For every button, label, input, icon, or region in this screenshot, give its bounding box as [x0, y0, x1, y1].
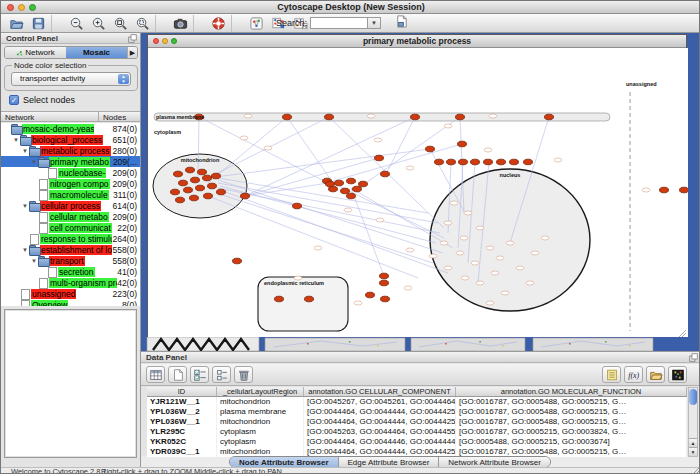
network-canvas[interactable]: plasma membranecytoplasmmitochondrionnuc…: [148, 48, 688, 337]
network-node[interactable]: [341, 188, 350, 194]
search-input[interactable]: [310, 17, 368, 29]
tab-edge-attribute-browser[interactable]: Edge Attribute Browser: [339, 457, 440, 467]
table-row[interactable]: YLR295Ccytoplasm[GO:0045263, GO:0044464,…: [147, 427, 687, 437]
network-node[interactable]: [381, 296, 390, 302]
new-attribute-button[interactable]: [168, 366, 187, 383]
table-row[interactable]: YPL036W__1mitochondrion[GO:0044464, GO:0…: [147, 417, 687, 427]
network-node[interactable]: [426, 146, 435, 152]
tree-row[interactable]: macromolecule311(0): [1, 189, 140, 200]
network-node[interactable]: [359, 181, 368, 187]
network-node[interactable]: [411, 114, 420, 120]
tree-row[interactable]: Overview8(0): [1, 299, 140, 306]
table-row[interactable]: YKR052Ccytoplasm[GO:0044464, GO:0044446,…: [147, 437, 687, 447]
import-network-button[interactable]: [391, 13, 411, 30]
node-color-select[interactable]: transporter activity ▲▼: [11, 72, 131, 86]
network-node[interactable]: [458, 141, 467, 147]
network-node[interactable]: [459, 159, 468, 165]
disclosure-triangle-icon[interactable]: ▼: [30, 159, 38, 165]
scroll-up-button[interactable]: ▲: [689, 438, 697, 447]
network-node[interactable]: [326, 181, 335, 187]
tree-column-nodes[interactable]: Nodes: [99, 112, 126, 121]
open-session-button[interactable]: [6, 15, 26, 32]
zoom-selected-button[interactable]: [132, 15, 152, 32]
network-node[interactable]: [241, 193, 250, 199]
network-node[interactable]: [366, 292, 375, 298]
tree-row[interactable]: ▼biological_process651(0): [1, 134, 140, 145]
column-header[interactable]: ID: [147, 387, 217, 396]
network-node[interactable]: [191, 177, 200, 183]
table-scrollbar[interactable]: ▲ ▼: [688, 387, 698, 457]
float-panel-icon[interactable]: [689, 353, 698, 362]
disclosure-triangle-icon[interactable]: ▼: [21, 247, 29, 253]
tree-row[interactable]: ▼metabolic process280(0): [1, 145, 140, 156]
network-node[interactable]: [510, 159, 519, 165]
notes-button[interactable]: [602, 366, 621, 383]
snapshot-button[interactable]: [170, 15, 190, 32]
network-node[interactable]: [283, 114, 292, 120]
tab-network-attribute-browser[interactable]: Network Attribute Browser: [439, 457, 549, 467]
network-node[interactable]: [447, 159, 456, 165]
disclosure-triangle-icon[interactable]: ▼: [30, 258, 38, 264]
network-node[interactable]: [353, 186, 362, 192]
network-node[interactable]: [380, 280, 389, 286]
save-session-button[interactable]: [28, 15, 48, 32]
help-button[interactable]: [208, 15, 228, 32]
float-panel-icon[interactable]: [128, 34, 137, 43]
network-node[interactable]: [325, 114, 334, 120]
scrollbar-thumb[interactable]: [689, 389, 697, 405]
select-nodes-checkbox[interactable]: ✓: [9, 95, 19, 105]
network-node[interactable]: [208, 183, 217, 189]
disclosure-triangle-icon[interactable]: ▼: [21, 148, 29, 154]
network-node[interactable]: [233, 258, 242, 264]
disclosure-triangle-icon[interactable]: ▼: [12, 137, 20, 143]
tree-row[interactable]: response to stimulu264(0): [1, 233, 140, 244]
delete-attribute-button[interactable]: [234, 366, 253, 383]
tab-mosaic[interactable]: Mosaic: [66, 47, 127, 58]
network-node[interactable]: [347, 178, 356, 184]
network-node[interactable]: [497, 159, 506, 165]
birds-eye-view[interactable]: [4, 309, 137, 458]
scroll-down-button[interactable]: ▼: [689, 447, 697, 456]
disclosure-triangle-icon[interactable]: ▼: [21, 203, 29, 209]
network-node[interactable]: [435, 159, 444, 165]
network-manager-button[interactable]: [246, 15, 266, 32]
formula-button[interactable]: f(x): [624, 366, 643, 383]
network-node[interactable]: [176, 197, 185, 203]
tab-network[interactable]: Network: [5, 47, 66, 58]
network-node[interactable]: [335, 180, 344, 186]
network-window-titlebar[interactable]: primary metabolic process: [148, 35, 686, 48]
zoom-out-button[interactable]: [66, 15, 86, 32]
tree-row[interactable]: nitrogen compo209(0): [1, 178, 140, 189]
zoom-fit-button[interactable]: [110, 15, 130, 32]
table-row[interactable]: YJR121W__1mitochondrion[GO:0045267, GO:0…: [147, 397, 687, 407]
attribute-table-button[interactable]: [146, 366, 165, 383]
network-node[interactable]: [186, 167, 195, 173]
network-node[interactable]: [190, 195, 199, 201]
network-node[interactable]: [347, 193, 356, 199]
network-node[interactable]: [196, 185, 205, 191]
network-node[interactable]: [184, 187, 193, 193]
import-attributes-button[interactable]: [646, 366, 665, 383]
network-node[interactable]: [524, 159, 533, 165]
column-header[interactable]: annotation.GO CELLULAR_COMPONENT: [304, 387, 456, 396]
tree-column-network[interactable]: Network: [1, 112, 99, 121]
tree-row[interactable]: mosaic-demo-yeast874(0): [1, 123, 140, 134]
network-node[interactable]: [381, 171, 390, 177]
network-node[interactable]: [198, 169, 207, 175]
tree-row[interactable]: nucleobase-209(0): [1, 167, 140, 178]
tabs-overflow-arrow[interactable]: ▶: [127, 47, 137, 58]
tree-row[interactable]: unassigned223(0): [1, 288, 140, 299]
unselect-attributes-button[interactable]: [212, 366, 231, 383]
table-row[interactable]: YPL036W__2plasma membrane[GO:0044464, GO…: [147, 407, 687, 417]
network-node[interactable]: [660, 187, 669, 193]
column-header[interactable]: annotation.GO MOLECULAR_FUNCTION: [456, 387, 687, 396]
network-node[interactable]: [293, 203, 302, 209]
network-node[interactable]: [174, 171, 183, 177]
network-node[interactable]: [471, 159, 480, 165]
network-node[interactable]: [203, 175, 212, 181]
matrix-button[interactable]: [668, 366, 687, 383]
tree-row[interactable]: ▼establishment of lo558(0): [1, 244, 140, 255]
network-node[interactable]: [680, 187, 689, 193]
network-node[interactable]: [212, 173, 221, 179]
network-node[interactable]: [275, 296, 284, 302]
